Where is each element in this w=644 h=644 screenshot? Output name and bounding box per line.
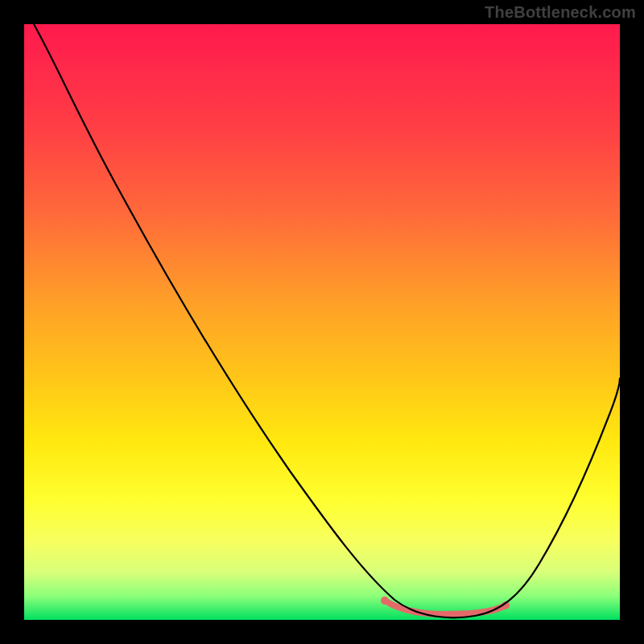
optimal-band-start-dot — [381, 597, 389, 605]
chart-stage: TheBottleneck.com — [0, 0, 644, 644]
watermark-text: TheBottleneck.com — [485, 3, 636, 22]
plot-area — [24, 24, 620, 620]
curve-svg — [24, 24, 620, 620]
bottleneck-curve — [34, 24, 620, 617]
